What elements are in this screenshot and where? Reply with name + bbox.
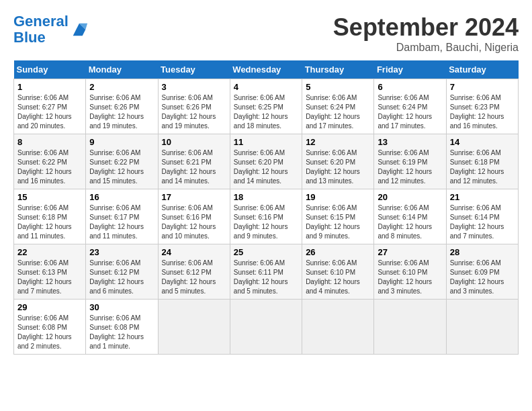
day-info: Sunrise: 6:06 AM Sunset: 6:17 PM Dayligh…: [89, 203, 154, 241]
day-info: Sunrise: 6:06 AM Sunset: 6:15 PM Dayligh…: [306, 203, 370, 241]
calendar-cell: 11Sunrise: 6:06 AM Sunset: 6:20 PM Dayli…: [230, 134, 302, 189]
day-info: Sunrise: 6:06 AM Sunset: 6:21 PM Dayligh…: [162, 148, 226, 186]
calendar-cell: 23Sunrise: 6:06 AM Sunset: 6:12 PM Dayli…: [86, 244, 158, 300]
day-info: Sunrise: 6:06 AM Sunset: 6:10 PM Dayligh…: [306, 259, 370, 296]
day-number: 3: [162, 82, 226, 92]
title-block: September 2024 Dambam, Bauchi, Nigeria: [333, 13, 519, 54]
day-info: Sunrise: 6:06 AM Sunset: 6:10 PM Dayligh…: [378, 259, 442, 296]
calendar-cell: 16Sunrise: 6:06 AM Sunset: 6:17 PM Dayli…: [86, 189, 158, 244]
day-info: Sunrise: 6:06 AM Sunset: 6:25 PM Dayligh…: [234, 93, 298, 131]
calendar-body: 1Sunrise: 6:06 AM Sunset: 6:27 PM Daylig…: [14, 79, 519, 355]
calendar-cell: 14Sunrise: 6:06 AM Sunset: 6:18 PM Dayli…: [446, 134, 518, 189]
day-number: 30: [89, 302, 154, 312]
day-info: Sunrise: 6:06 AM Sunset: 6:20 PM Dayligh…: [306, 148, 370, 186]
day-info: Sunrise: 6:06 AM Sunset: 6:18 PM Dayligh…: [17, 203, 82, 241]
logo-text: GeneralBlue: [13, 13, 69, 46]
calendar-week-4: 29Sunrise: 6:06 AM Sunset: 6:08 PM Dayli…: [14, 300, 519, 355]
calendar-cell: 4Sunrise: 6:06 AM Sunset: 6:25 PM Daylig…: [230, 79, 302, 134]
day-number: 2: [89, 82, 154, 92]
day-number: 14: [450, 137, 515, 147]
day-info: Sunrise: 6:06 AM Sunset: 6:24 PM Dayligh…: [378, 93, 442, 131]
calendar-cell: 15Sunrise: 6:06 AM Sunset: 6:18 PM Dayli…: [14, 189, 86, 244]
calendar-cell: 9Sunrise: 6:06 AM Sunset: 6:22 PM Daylig…: [86, 134, 158, 189]
calendar-week-1: 8Sunrise: 6:06 AM Sunset: 6:22 PM Daylig…: [14, 134, 519, 189]
calendar-cell: [302, 300, 374, 355]
day-number: 27: [378, 247, 442, 257]
calendar-cell: [446, 300, 518, 355]
weekday-saturday: Saturday: [446, 60, 518, 79]
day-info: Sunrise: 6:06 AM Sunset: 6:08 PM Dayligh…: [89, 314, 154, 351]
day-number: 24: [162, 247, 226, 257]
calendar-cell: 8Sunrise: 6:06 AM Sunset: 6:22 PM Daylig…: [14, 134, 86, 189]
day-number: 5: [306, 82, 370, 92]
weekday-sunday: Sunday: [14, 60, 86, 79]
day-info: Sunrise: 6:06 AM Sunset: 6:20 PM Dayligh…: [234, 148, 298, 186]
calendar-cell: 24Sunrise: 6:06 AM Sunset: 6:12 PM Dayli…: [158, 244, 230, 300]
calendar-cell: 5Sunrise: 6:06 AM Sunset: 6:24 PM Daylig…: [302, 79, 374, 134]
calendar-cell: 13Sunrise: 6:06 AM Sunset: 6:19 PM Dayli…: [374, 134, 446, 189]
calendar-cell: 20Sunrise: 6:06 AM Sunset: 6:14 PM Dayli…: [374, 189, 446, 244]
calendar-cell: 25Sunrise: 6:06 AM Sunset: 6:11 PM Dayli…: [230, 244, 302, 300]
calendar-cell: 29Sunrise: 6:06 AM Sunset: 6:08 PM Dayli…: [14, 300, 86, 355]
calendar-week-2: 15Sunrise: 6:06 AM Sunset: 6:18 PM Dayli…: [14, 189, 519, 244]
calendar-cell: 7Sunrise: 6:06 AM Sunset: 6:23 PM Daylig…: [446, 79, 518, 134]
day-number: 16: [89, 192, 154, 202]
day-info: Sunrise: 6:06 AM Sunset: 6:13 PM Dayligh…: [17, 259, 82, 296]
day-number: 1: [17, 82, 82, 92]
logo-icon: [70, 20, 89, 39]
calendar-cell: 10Sunrise: 6:06 AM Sunset: 6:21 PM Dayli…: [158, 134, 230, 189]
calendar-cell: 3Sunrise: 6:06 AM Sunset: 6:26 PM Daylig…: [158, 79, 230, 134]
day-info: Sunrise: 6:06 AM Sunset: 6:14 PM Dayligh…: [378, 203, 442, 241]
day-info: Sunrise: 6:06 AM Sunset: 6:19 PM Dayligh…: [378, 148, 442, 186]
day-number: 28: [450, 247, 515, 257]
day-number: 25: [234, 247, 298, 257]
day-number: 6: [378, 82, 442, 92]
day-number: 11: [234, 137, 298, 147]
day-number: 29: [17, 302, 82, 312]
day-info: Sunrise: 6:06 AM Sunset: 6:16 PM Dayligh…: [234, 203, 298, 241]
calendar-cell: 19Sunrise: 6:06 AM Sunset: 6:15 PM Dayli…: [302, 189, 374, 244]
day-info: Sunrise: 6:06 AM Sunset: 6:26 PM Dayligh…: [162, 93, 226, 131]
calendar-cell: 12Sunrise: 6:06 AM Sunset: 6:20 PM Dayli…: [302, 134, 374, 189]
day-number: 12: [306, 137, 370, 147]
day-info: Sunrise: 6:06 AM Sunset: 6:09 PM Dayligh…: [450, 259, 515, 296]
calendar-cell: [158, 300, 230, 355]
calendar-cell: 30Sunrise: 6:06 AM Sunset: 6:08 PM Dayli…: [86, 300, 158, 355]
calendar-cell: 27Sunrise: 6:06 AM Sunset: 6:10 PM Dayli…: [374, 244, 446, 300]
day-info: Sunrise: 6:06 AM Sunset: 6:18 PM Dayligh…: [450, 148, 515, 186]
day-number: 13: [378, 137, 442, 147]
day-info: Sunrise: 6:06 AM Sunset: 6:14 PM Dayligh…: [450, 203, 515, 241]
day-number: 22: [17, 247, 82, 257]
day-number: 9: [89, 137, 154, 147]
weekday-tuesday: Tuesday: [158, 60, 230, 79]
calendar-cell: 26Sunrise: 6:06 AM Sunset: 6:10 PM Dayli…: [302, 244, 374, 300]
calendar-cell: [230, 300, 302, 355]
calendar-week-3: 22Sunrise: 6:06 AM Sunset: 6:13 PM Dayli…: [14, 244, 519, 300]
day-number: 20: [378, 192, 442, 202]
day-info: Sunrise: 6:06 AM Sunset: 6:12 PM Dayligh…: [89, 259, 154, 296]
calendar-cell: 22Sunrise: 6:06 AM Sunset: 6:13 PM Dayli…: [14, 244, 86, 300]
day-number: 7: [450, 82, 515, 92]
month-title: September 2024: [333, 13, 519, 42]
calendar-cell: 6Sunrise: 6:06 AM Sunset: 6:24 PM Daylig…: [374, 79, 446, 134]
day-info: Sunrise: 6:06 AM Sunset: 6:12 PM Dayligh…: [162, 259, 226, 296]
day-number: 15: [17, 192, 82, 202]
day-info: Sunrise: 6:06 AM Sunset: 6:24 PM Dayligh…: [306, 93, 370, 131]
logo: GeneralBlue: [13, 13, 89, 46]
calendar-cell: 18Sunrise: 6:06 AM Sunset: 6:16 PM Dayli…: [230, 189, 302, 244]
day-number: 23: [89, 247, 154, 257]
calendar-cell: 17Sunrise: 6:06 AM Sunset: 6:16 PM Dayli…: [158, 189, 230, 244]
day-number: 10: [162, 137, 226, 147]
day-number: 17: [162, 192, 226, 202]
calendar-cell: [374, 300, 446, 355]
weekday-thursday: Thursday: [302, 60, 374, 79]
day-number: 4: [234, 82, 298, 92]
calendar-week-0: 1Sunrise: 6:06 AM Sunset: 6:27 PM Daylig…: [14, 79, 519, 134]
calendar-table: SundayMondayTuesdayWednesdayThursdayFrid…: [13, 60, 519, 355]
day-number: 26: [306, 247, 370, 257]
day-info: Sunrise: 6:06 AM Sunset: 6:27 PM Dayligh…: [17, 93, 82, 131]
day-info: Sunrise: 6:06 AM Sunset: 6:26 PM Dayligh…: [89, 93, 154, 131]
calendar-cell: 1Sunrise: 6:06 AM Sunset: 6:27 PM Daylig…: [14, 79, 86, 134]
day-info: Sunrise: 6:06 AM Sunset: 6:22 PM Dayligh…: [89, 148, 154, 186]
day-number: 18: [234, 192, 298, 202]
